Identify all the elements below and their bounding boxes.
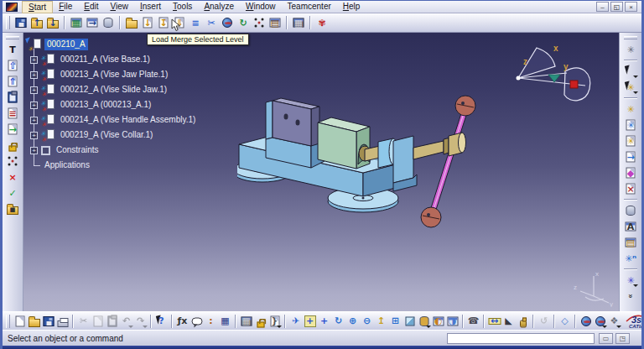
clipboard-icon[interactable] bbox=[5, 90, 20, 105]
toolbar-grip[interactable] bbox=[624, 36, 637, 39]
dialog-dock-button[interactable]: ◳ bbox=[615, 333, 630, 344]
design-table-icon[interactable]: ▦ bbox=[218, 314, 232, 329]
teamcenter-icon[interactable]: ✾ bbox=[314, 15, 330, 30]
menu-insert[interactable]: Insert bbox=[134, 1, 167, 13]
iso-view-icon[interactable] bbox=[402, 314, 417, 329]
import-component-icon[interactable]: → bbox=[5, 122, 20, 137]
tree-item-label[interactable]: 000212_A (Vise Slide Jaw.1) bbox=[58, 84, 169, 96]
command-input[interactable] bbox=[447, 333, 595, 344]
structure-tree-icon[interactable]: ≡ bbox=[188, 15, 203, 30]
catalog-icon[interactable] bbox=[623, 203, 638, 218]
close-button[interactable]: × bbox=[625, 2, 637, 12]
www-settings-icon[interactable] bbox=[593, 314, 607, 329]
toolbar-overflow-icon[interactable]: » bbox=[626, 294, 635, 298]
menu-edit[interactable]: Edit bbox=[78, 1, 104, 13]
synchronize-icon[interactable]: ↻ bbox=[236, 15, 251, 30]
managed-folder-icon[interactable]: ▪ bbox=[5, 201, 20, 216]
telephone-icon[interactable]: ☎ bbox=[466, 314, 480, 329]
tree-expander[interactable]: + bbox=[30, 132, 38, 139]
normal-view-icon[interactable]: ↥ bbox=[374, 314, 388, 329]
select-icon[interactable] bbox=[623, 64, 638, 79]
new-product-icon[interactable]: ✳ bbox=[623, 133, 638, 148]
replace-component-icon[interactable]: ◆ bbox=[623, 165, 638, 180]
cut-icon[interactable]: ✂ bbox=[76, 314, 91, 329]
tree-item-label[interactable]: 000213_A (Vise Jaw Plate.1) bbox=[58, 69, 170, 81]
delete-icon[interactable]: × bbox=[5, 169, 20, 185]
check-in-icon[interactable]: ↑ bbox=[29, 15, 44, 30]
fit-all-in-icon[interactable]: + bbox=[303, 314, 317, 329]
3d-viewport[interactable]: ✳000210_A+✳✳000211_A (Vise Base.1)+✳✳000… bbox=[23, 33, 619, 311]
tree-item-label[interactable]: Applications bbox=[42, 159, 92, 171]
toolbar-grip[interactable] bbox=[6, 36, 19, 39]
check-out-icon[interactable]: ↓ bbox=[45, 15, 60, 30]
toolbar-grip[interactable] bbox=[6, 16, 10, 29]
open-folder-icon[interactable] bbox=[124, 15, 139, 30]
swap-space-icon[interactable]: ◑ bbox=[445, 314, 460, 329]
scene-lock-icon[interactable] bbox=[253, 314, 267, 329]
database-icon[interactable] bbox=[101, 15, 116, 30]
menu-analyze[interactable]: Analyze bbox=[198, 1, 240, 13]
menu-view[interactable]: View bbox=[104, 1, 134, 13]
break-link-icon[interactable]: ✂ bbox=[204, 15, 219, 30]
comment-icon[interactable] bbox=[190, 314, 204, 329]
zoom-in-icon[interactable]: ⊕ bbox=[345, 314, 360, 329]
new-document-icon[interactable] bbox=[13, 314, 27, 329]
lock-icon[interactable] bbox=[5, 138, 20, 153]
tree-item-label[interactable]: 000210_A bbox=[44, 39, 88, 50]
cut-component-icon[interactable]: × bbox=[623, 181, 638, 196]
update-icon[interactable]: ✳ bbox=[623, 42, 638, 57]
menu-window[interactable]: Window bbox=[240, 1, 282, 13]
hide-show-icon[interactable]: ◐ bbox=[431, 314, 445, 329]
3d-compass[interactable]: x y z bbox=[512, 41, 604, 107]
tree-item-label[interactable]: 000219_A (Vise Collar.1) bbox=[58, 129, 155, 141]
linked-doc-icon[interactable]: } bbox=[267, 314, 282, 329]
help-icon[interactable]: ? bbox=[154, 314, 169, 329]
tree-expander[interactable]: + bbox=[30, 71, 38, 79]
smart-move-icon[interactable]: ✳ bbox=[623, 102, 638, 117]
tree-expander[interactable]: + bbox=[30, 56, 38, 64]
minimize-button[interactable]: – bbox=[596, 2, 609, 12]
tree-expander[interactable]: + bbox=[30, 102, 38, 109]
capture-icon[interactable]: ▦ bbox=[291, 15, 306, 30]
tree-item-label[interactable]: 000211_A (Vise Base.1) bbox=[58, 54, 153, 65]
paste-icon[interactable] bbox=[105, 314, 119, 329]
check-in-all-icon[interactable]: ⇑ bbox=[5, 74, 20, 89]
zoom-out-icon[interactable]: ⊖ bbox=[360, 314, 374, 329]
world-icon[interactable] bbox=[220, 15, 235, 30]
new-component-icon[interactable]: ✳ bbox=[623, 117, 638, 133]
doc-window-button[interactable]: ▭ bbox=[599, 333, 613, 344]
swap-visible-icon[interactable]: ◇ bbox=[558, 314, 572, 329]
redo-icon[interactable]: ↷ bbox=[133, 314, 148, 329]
impact-network-icon[interactable] bbox=[5, 154, 20, 169]
tree-expander[interactable]: + bbox=[30, 147, 38, 154]
menu-teamcenter[interactable]: Teamcenter bbox=[282, 1, 337, 13]
knowledge-icon[interactable]: : bbox=[204, 314, 218, 329]
manage-representations-icon[interactable]: ▤ bbox=[623, 235, 638, 250]
tree-item-label[interactable]: Constraints bbox=[54, 144, 101, 156]
multi-instantiation-icon[interactable]: ✳ⁿ bbox=[623, 251, 638, 266]
menu-file[interactable]: File bbox=[53, 1, 78, 13]
shading-icon[interactable] bbox=[417, 314, 431, 329]
spin-icon[interactable]: ↺ bbox=[537, 314, 551, 329]
inertia-icon[interactable] bbox=[516, 314, 530, 329]
toolbar-grip[interactable] bbox=[6, 315, 10, 328]
vise-assembly-model[interactable] bbox=[237, 79, 506, 251]
measure-item-icon[interactable]: ◣ bbox=[501, 314, 516, 329]
multi-view-icon[interactable]: ⊞ bbox=[388, 314, 402, 329]
load-merge-selected-level-icon[interactable]: ↧ bbox=[156, 15, 171, 30]
selection-sets-icon[interactable]: ✳ bbox=[623, 80, 638, 95]
render-tools-icon[interactable]: ▦ bbox=[239, 314, 253, 329]
tree-expander[interactable]: + bbox=[30, 117, 38, 124]
undo-icon[interactable]: ↶ bbox=[119, 314, 133, 329]
send-to-icon[interactable]: → bbox=[85, 15, 100, 30]
filter-icon[interactable]: ✓ bbox=[5, 185, 20, 201]
copy-icon[interactable] bbox=[91, 314, 105, 329]
measure-icon[interactable]: ↔ bbox=[487, 314, 501, 329]
rotate-icon[interactable]: ↻ bbox=[331, 314, 345, 329]
restore-button[interactable]: ◱ bbox=[610, 2, 623, 12]
menu-start[interactable]: Start bbox=[22, 1, 53, 13]
export-window-icon[interactable]: ▤ bbox=[267, 15, 283, 30]
open-icon[interactable] bbox=[27, 314, 41, 329]
formula-icon[interactable]: ƒx bbox=[175, 314, 190, 329]
check-in-doc-icon[interactable]: ⇧ bbox=[5, 58, 20, 73]
